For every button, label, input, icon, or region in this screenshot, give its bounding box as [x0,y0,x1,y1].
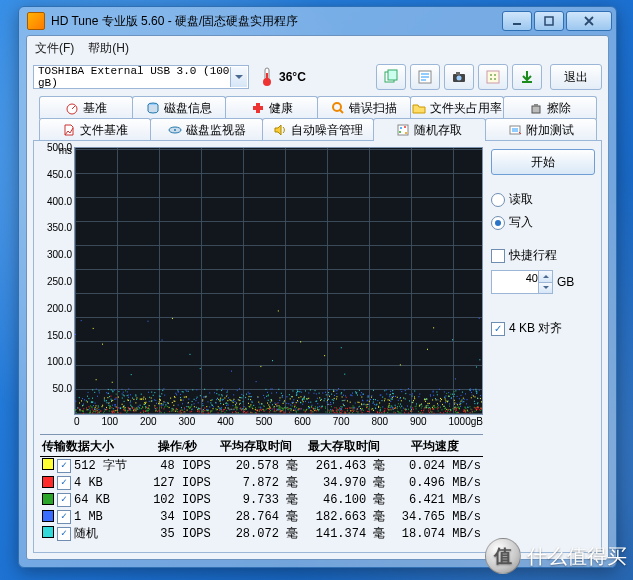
copy-info-button[interactable] [376,64,406,90]
size-spinner[interactable]: 40 GB [491,270,595,294]
menu-file[interactable]: 文件(F) [35,40,74,57]
svg-rect-1323 [106,400,107,401]
svg-rect-1207 [253,405,254,406]
spin-down-icon[interactable] [538,283,552,294]
svg-rect-522 [411,411,412,412]
svg-rect-560 [368,411,369,412]
row-check[interactable]: ✓4 KB [57,476,103,490]
svg-rect-146 [432,399,433,400]
tab-extra[interactable]: 附加测试 [485,118,597,141]
tab-disk-monitor[interactable]: 磁盘监视器 [150,118,262,141]
svg-rect-808 [309,406,310,407]
svg-rect-34 [347,400,348,401]
svg-rect-370 [145,411,146,412]
tab-benchmark[interactable]: 基准 [39,96,133,119]
svg-rect-831 [327,409,328,410]
tab-file-bench[interactable]: 文件基准 [39,118,151,141]
svg-rect-1275 [324,400,325,401]
svg-rect-610 [331,406,332,407]
svg-rect-1343 [315,408,316,409]
svg-rect-66 [210,411,211,412]
svg-rect-1188 [191,404,192,405]
start-button[interactable]: 开始 [491,149,595,175]
svg-rect-730 [171,411,172,412]
svg-rect-1376 [368,397,369,398]
svg-rect-496 [475,407,476,408]
svg-rect-847 [134,408,135,409]
svg-rect-1266 [424,398,425,399]
settings-button[interactable] [478,64,508,90]
tab-folder-usage[interactable]: 文件夹占用率 [410,96,504,119]
svg-rect-1268 [92,401,93,402]
svg-rect-602 [430,408,431,409]
radio-read[interactable]: 读取 [491,191,595,208]
check-quick[interactable]: 快捷行程 [491,247,595,264]
save-button[interactable] [512,64,542,90]
radio-write[interactable]: 写入 [491,214,595,231]
svg-rect-41 [173,405,174,406]
tab-random-access[interactable]: 随机存取 [373,118,485,141]
maximize-button[interactable] [534,11,564,31]
svg-rect-215 [159,401,160,402]
svg-rect-1295 [92,389,93,390]
svg-rect-136 [298,397,299,398]
svg-rect-775 [400,407,401,408]
svg-rect-1166 [220,408,221,409]
svg-rect-996 [408,388,409,389]
svg-rect-1181 [111,400,112,401]
menu-help[interactable]: 帮助(H) [88,40,129,57]
row-check[interactable]: ✓512 字节 [57,457,127,474]
svg-rect-1346 [289,394,290,395]
svg-rect-548 [312,407,313,408]
svg-rect-1291 [160,396,161,397]
svg-rect-657 [215,408,216,409]
row-check[interactable]: ✓随机 [57,525,98,542]
svg-rect-191 [239,400,240,401]
svg-rect-418 [128,410,129,411]
svg-rect-316 [353,408,354,409]
svg-rect-108 [350,402,351,403]
svg-rect-551 [428,410,429,411]
svg-rect-1311 [302,399,303,400]
svg-rect-229 [175,411,176,412]
svg-rect-643 [325,408,326,409]
checkbox-icon [491,249,505,263]
tab-erase[interactable]: 擦除 [503,96,597,119]
close-button[interactable] [566,11,612,31]
svg-rect-1016 [192,409,193,410]
svg-rect-1365 [221,394,222,395]
tab-health[interactable]: 健康 [225,96,319,119]
minimize-button[interactable] [502,11,532,31]
tab-error-scan[interactable]: 错误扫描 [317,96,411,119]
device-combo[interactable]: TOSHIBA External USB 3.0 (1000 gB) [33,65,249,89]
svg-rect-1250 [474,401,475,402]
svg-rect-749 [339,411,340,412]
copy-text-button[interactable] [410,64,440,90]
svg-rect-1312 [111,389,112,390]
svg-rect-838 [98,411,99,412]
svg-rect-217 [174,400,175,401]
svg-rect-1004 [122,389,123,390]
svg-rect-244 [186,396,187,397]
svg-rect-962 [93,405,94,406]
svg-rect-1388 [268,395,269,396]
titlebar[interactable]: HD Tune 专业版 5.60 - 硬盘/固态硬盘实用程序 [19,7,616,35]
svg-rect-143 [137,397,138,398]
svg-rect-963 [114,399,115,400]
svg-rect-1224 [167,402,168,403]
svg-rect-343 [387,408,388,409]
exit-button[interactable]: 退出 [550,64,602,90]
row-check[interactable]: ✓1 MB [57,510,103,524]
check-4kb-align[interactable]: ✓4 KB 对齐 [491,320,595,337]
spin-up-icon[interactable] [538,271,552,283]
svg-rect-1333 [139,407,140,408]
screenshot-button[interactable] [444,64,474,90]
svg-rect-972 [234,409,235,410]
svg-rect-1031 [260,407,261,408]
svg-rect-1102 [194,403,195,404]
chevron-down-icon[interactable] [230,67,247,87]
tab-disk-info[interactable]: 磁盘信息 [132,96,226,119]
row-check[interactable]: ✓64 KB [57,493,110,507]
svg-rect-1213 [327,404,328,405]
tab-aam[interactable]: 自动噪音管理 [262,118,374,141]
